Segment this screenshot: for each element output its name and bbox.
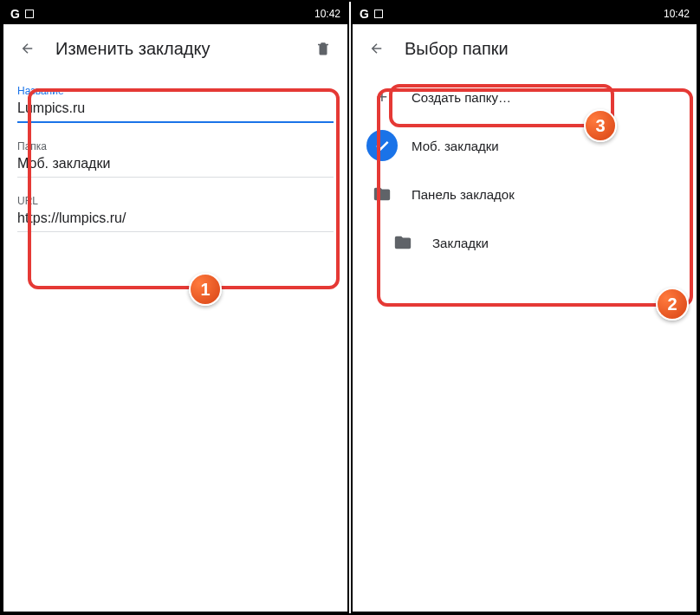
app-bar: Выбор папки bbox=[353, 24, 697, 73]
callout-badge-2: 2 bbox=[656, 288, 689, 320]
back-arrow-icon bbox=[20, 41, 36, 56]
name-label: Название bbox=[17, 85, 334, 97]
folder-label: Панель закладок bbox=[412, 187, 515, 202]
selected-indicator bbox=[366, 130, 398, 161]
check-icon bbox=[373, 137, 391, 154]
folder-item-bookmarks[interactable]: Закладки bbox=[353, 218, 697, 267]
status-time: 10:42 bbox=[314, 8, 340, 20]
create-folder-label: Создать папку… bbox=[412, 90, 511, 105]
folder-icon bbox=[393, 233, 412, 252]
google-icon: G bbox=[360, 7, 369, 21]
folder-item-mobile[interactable]: Моб. закладки bbox=[353, 121, 697, 170]
back-button[interactable] bbox=[360, 31, 394, 66]
app-bar: Изменить закладку bbox=[3, 24, 347, 73]
app-title: Изменить закладку bbox=[55, 39, 306, 59]
folder-label: Моб. закладки bbox=[412, 139, 499, 153]
delete-button[interactable] bbox=[306, 31, 340, 66]
trash-icon bbox=[315, 40, 331, 57]
plus-icon: + bbox=[377, 86, 388, 108]
status-icon bbox=[374, 10, 383, 18]
url-input[interactable] bbox=[17, 207, 334, 232]
status-icon bbox=[25, 10, 34, 18]
folder-selector[interactable]: Моб. закладки bbox=[17, 152, 334, 178]
status-bar: G 10:42 bbox=[3, 3, 347, 24]
folder-label: Папка bbox=[17, 140, 334, 152]
callout-badge-1: 1 bbox=[189, 273, 222, 306]
status-time: 10:42 bbox=[664, 8, 690, 20]
app-title: Выбор папки bbox=[405, 39, 690, 59]
folder-label: Закладки bbox=[432, 236, 489, 250]
folder-icon bbox=[373, 184, 392, 204]
status-bar: G 10:42 bbox=[353, 3, 697, 24]
name-input[interactable] bbox=[17, 97, 334, 123]
folder-list: + Создать папку… Моб. закладки bbox=[353, 73, 697, 267]
google-icon: G bbox=[10, 7, 20, 21]
url-label: URL bbox=[17, 195, 334, 207]
edit-form: Название Папка Моб. закладки URL bbox=[7, 73, 344, 244]
screen-choose-folder: G 10:42 Выбор папки + Создать папку… bbox=[351, 2, 698, 613]
folder-item-bookmarks-bar[interactable]: Панель закладок bbox=[353, 170, 697, 218]
callout-badge-3: 3 bbox=[584, 109, 617, 142]
screen-edit-bookmark: G 10:42 Изменить закладку Название bbox=[2, 2, 349, 613]
back-button[interactable] bbox=[10, 31, 45, 66]
create-folder-item[interactable]: + Создать папку… bbox=[353, 73, 697, 121]
back-arrow-icon bbox=[369, 41, 385, 56]
